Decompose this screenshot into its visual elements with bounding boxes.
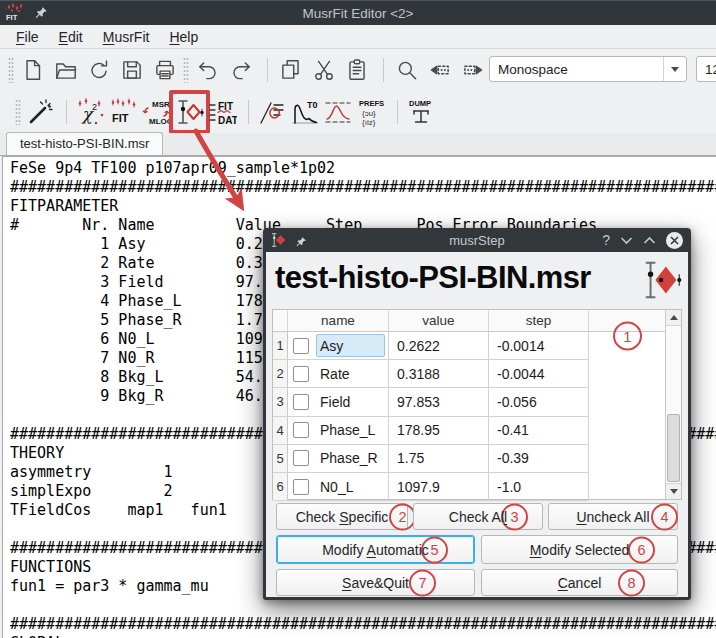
name-cell[interactable]: N0_L <box>288 473 389 500</box>
pin-icon[interactable] <box>34 6 48 20</box>
menu-musrfit[interactable]: MusrFit <box>93 27 160 47</box>
name-cell[interactable]: Rate <box>288 360 389 387</box>
parameter-value[interactable]: 97.853 <box>389 388 489 415</box>
name-cell[interactable]: Asy <box>288 332 389 359</box>
scroll-down-button[interactable] <box>666 483 681 499</box>
find-next-icon[interactable] <box>425 55 455 85</box>
musr-t0-icon[interactable]: T0 <box>290 97 320 127</box>
column-header-value[interactable]: value <box>389 310 489 331</box>
search-icon[interactable] <box>392 55 422 85</box>
musrfit-icon[interactable]: FIT <box>108 97 138 127</box>
table-scrollbar[interactable] <box>665 310 681 499</box>
row-checkbox[interactable] <box>293 422 309 438</box>
toolbar-separator <box>397 100 398 124</box>
check-specific-button[interactable]: Check Specific2 <box>276 503 408 530</box>
window-title: MusrFit Editor <2> <box>0 6 716 21</box>
find-previous-icon[interactable] <box>458 55 488 85</box>
msr-mlog-swap-icon[interactable]: MSRMLOG <box>141 97 171 127</box>
print-icon[interactable] <box>150 55 180 85</box>
row-checkbox[interactable] <box>293 394 309 410</box>
musr-dump-icon[interactable]: DUMP <box>406 97 436 127</box>
name-cell[interactable]: Phase_L <box>288 417 389 444</box>
cut-icon[interactable] <box>309 55 339 85</box>
font-family-combo[interactable]: Monospace <box>489 56 687 82</box>
scroll-up-button[interactable] <box>666 310 681 326</box>
parameter-name[interactable]: Asy <box>316 334 385 357</box>
parameter-name[interactable]: Phase_L <box>316 419 385 442</box>
row-checkbox[interactable] <box>293 338 309 354</box>
maximize-button[interactable] <box>643 236 656 245</box>
row-checkbox[interactable] <box>293 479 309 495</box>
parameter-step[interactable]: -0.39 <box>489 445 589 472</box>
parameter-name[interactable]: N0_L <box>316 475 385 498</box>
triangle-up-icon <box>670 315 678 320</box>
menu-help[interactable]: Help <box>159 27 208 47</box>
annotation-circle-8: 8 <box>618 569 645 596</box>
close-button[interactable] <box>666 232 683 249</box>
column-header-step[interactable]: step <box>489 310 589 331</box>
tab-test-histo-psi-bin[interactable]: test-histo-PSI-BIN.msr <box>6 132 163 155</box>
open-folder-icon[interactable] <box>51 55 81 85</box>
parameter-name[interactable]: Field <box>316 390 385 413</box>
annotation-circle-6: 6 <box>628 536 655 563</box>
svg-text:{ılz}: {ılz} <box>362 117 376 126</box>
check-all-button[interactable]: Check All3 <box>413 503 543 530</box>
modify-selected-button[interactable]: Modify Selected6 <box>481 535 678 564</box>
parameter-value[interactable]: 1.75 <box>389 445 489 472</box>
annotation-circle-1: 1 <box>613 322 642 351</box>
musr-step-icon[interactable] <box>174 97 204 127</box>
svg-text:DUMP: DUMP <box>409 99 431 108</box>
parameter-value[interactable]: 1097.9 <box>389 473 489 500</box>
uncheck-all-button[interactable]: Uncheck All4 <box>548 503 678 530</box>
new-file-icon[interactable] <box>18 55 48 85</box>
parameter-name[interactable]: Phase_R <box>316 447 385 470</box>
parameter-step[interactable]: -0.41 <box>489 417 589 444</box>
dialog-titlebar[interactable]: musrStep ? <box>263 228 691 252</box>
parameter-value[interactable]: 0.3188 <box>389 360 489 387</box>
help-button[interactable]: ? <box>602 232 610 248</box>
font-size-spinbox[interactable]: 12 <box>696 56 716 82</box>
column-header-blank[interactable] <box>273 310 288 331</box>
parameter-value[interactable]: 178.95 <box>389 417 489 444</box>
pin-icon[interactable] <box>295 234 307 246</box>
column-header-name[interactable]: name <box>288 310 389 331</box>
button-label: Modify Automatic <box>322 542 429 558</box>
chevron-down-icon[interactable] <box>663 57 686 81</box>
button-label: Save&Quit <box>342 575 409 591</box>
row-number: 1 <box>273 332 288 359</box>
save-quit-button[interactable]: Save&Quit7 <box>276 569 475 596</box>
copy-icon[interactable] <box>276 55 306 85</box>
shade-button[interactable] <box>620 236 633 245</box>
musr-view-icon[interactable] <box>257 97 287 127</box>
undo-icon[interactable] <box>193 55 223 85</box>
row-number: 3 <box>273 388 288 415</box>
parameter-step[interactable]: -0.0014 <box>489 332 589 359</box>
reload-icon[interactable] <box>84 55 114 85</box>
musr-fourier-icon[interactable] <box>323 97 353 127</box>
chi-square-icon[interactable]: χ2 <box>75 97 105 127</box>
parameter-step[interactable]: -0.056 <box>489 388 589 415</box>
redo-icon[interactable] <box>226 55 256 85</box>
parameter-step[interactable]: -0.0044 <box>489 360 589 387</box>
menu-edit[interactable]: Edit <box>49 27 93 47</box>
save-icon[interactable] <box>117 55 147 85</box>
name-cell[interactable]: Phase_R <box>288 445 389 472</box>
svg-text:PREFS: PREFS <box>359 99 384 108</box>
scrollbar-handle[interactable] <box>667 414 680 482</box>
parameter-name[interactable]: Rate <box>316 362 385 385</box>
row-checkbox[interactable] <box>293 450 309 466</box>
musr-prefs-icon[interactable]: PREFS{ɔu}{ılz} <box>356 97 386 127</box>
cancel-button[interactable]: Cancel8 <box>481 569 678 596</box>
window-titlebar[interactable]: FIT MusrFit Editor <2> <box>0 0 716 25</box>
name-cell[interactable]: Field <box>288 388 389 415</box>
parameter-step[interactable]: -1.0 <box>489 473 589 500</box>
modify-automatic-button[interactable]: Modify Automatic5 <box>276 535 475 564</box>
row-checkbox[interactable] <box>293 366 309 382</box>
svg-text:MSR: MSR <box>152 100 170 109</box>
parameter-value[interactable]: 0.2622 <box>389 332 489 359</box>
magic-wand-icon[interactable] <box>25 97 55 127</box>
table-row: 5Phase_R1.75-0.39 <box>273 445 589 473</box>
paste-icon[interactable] <box>342 55 372 85</box>
musr-ft-data-icon[interactable]: FITDAT <box>207 97 237 127</box>
menu-file[interactable]: File <box>6 27 49 47</box>
